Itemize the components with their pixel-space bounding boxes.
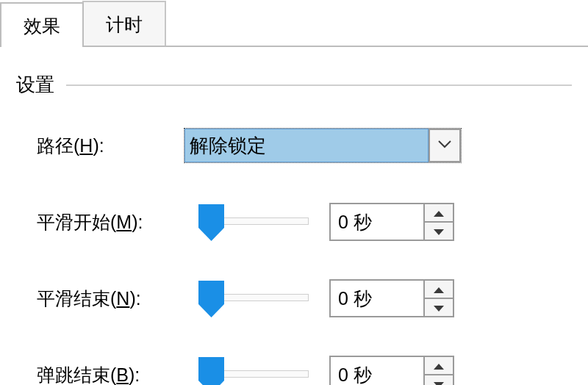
svg-marker-5 (434, 382, 444, 386)
label-path: 路径(H): (37, 134, 184, 158)
smooth-start-slider[interactable] (184, 201, 316, 242)
path-combobox[interactable]: 解除锁定 (184, 128, 462, 163)
spin-buttons (423, 281, 453, 316)
slider-track (215, 370, 309, 378)
bounce-end-value: 0 秒 (331, 357, 423, 385)
triangle-down-icon (434, 378, 444, 386)
slider-thumb-icon[interactable] (198, 281, 224, 317)
row-smooth-end: 平滑结束(N): 0 秒 (16, 273, 572, 324)
svg-marker-3 (434, 306, 444, 312)
tab-bar: 效果 计时 (0, 0, 588, 46)
svg-marker-1 (434, 229, 444, 235)
effects-panel: 设置 路径(H): 解除锁定 平滑开始(M): 0 秒 (0, 46, 588, 385)
smooth-end-slider[interactable] (184, 278, 316, 319)
group-title: 设置 (16, 72, 54, 98)
smooth-start-spinbox[interactable]: 0 秒 (329, 203, 454, 241)
slider-track (215, 217, 309, 225)
label-bounce-end: 弹跳结束(B): (37, 363, 184, 386)
smooth-end-spinbox[interactable]: 0 秒 (329, 279, 454, 317)
path-combobox-dropdown-button[interactable] (429, 129, 461, 162)
spin-buttons (423, 204, 453, 240)
row-smooth-start: 平滑开始(M): 0 秒 (16, 196, 572, 248)
svg-marker-2 (434, 287, 444, 293)
slider-thumb-icon[interactable] (198, 357, 224, 385)
bounce-end-spinbox[interactable]: 0 秒 (329, 356, 454, 385)
spin-buttons (423, 357, 453, 385)
slider-thumb-icon[interactable] (198, 204, 224, 241)
spin-up-button[interactable] (423, 281, 453, 298)
triangle-down-icon (434, 301, 444, 314)
row-path: 路径(H): 解除锁定 (16, 120, 572, 171)
tab-timing[interactable]: 计时 (82, 1, 166, 47)
svg-marker-0 (434, 211, 444, 217)
label-smooth-end: 平滑结束(N): (37, 287, 184, 311)
triangle-up-icon (434, 359, 444, 373)
chevron-down-icon (437, 139, 452, 152)
spin-down-button[interactable] (423, 375, 453, 385)
group-divider (66, 84, 572, 86)
tab-effects[interactable]: 效果 (0, 2, 84, 47)
spin-up-button[interactable] (423, 204, 453, 222)
triangle-up-icon (434, 206, 444, 220)
path-combobox-value: 解除锁定 (184, 129, 429, 162)
tab-effects-label: 效果 (24, 15, 60, 36)
triangle-up-icon (434, 283, 444, 296)
bounce-end-slider[interactable] (184, 354, 316, 385)
smooth-start-value: 0 秒 (331, 204, 423, 240)
label-smooth-start: 平滑开始(M): (37, 210, 184, 234)
smooth-end-value: 0 秒 (331, 281, 423, 316)
triangle-down-icon (434, 225, 444, 238)
svg-marker-4 (434, 364, 444, 370)
spin-down-button[interactable] (423, 298, 453, 316)
slider-track (215, 294, 309, 301)
spin-down-button[interactable] (423, 222, 453, 240)
group-header-settings: 设置 (16, 72, 572, 98)
tab-timing-label: 计时 (106, 14, 143, 35)
spin-up-button[interactable] (423, 357, 453, 375)
row-bounce-end: 弹跳结束(B): 0 秒 (16, 349, 572, 385)
